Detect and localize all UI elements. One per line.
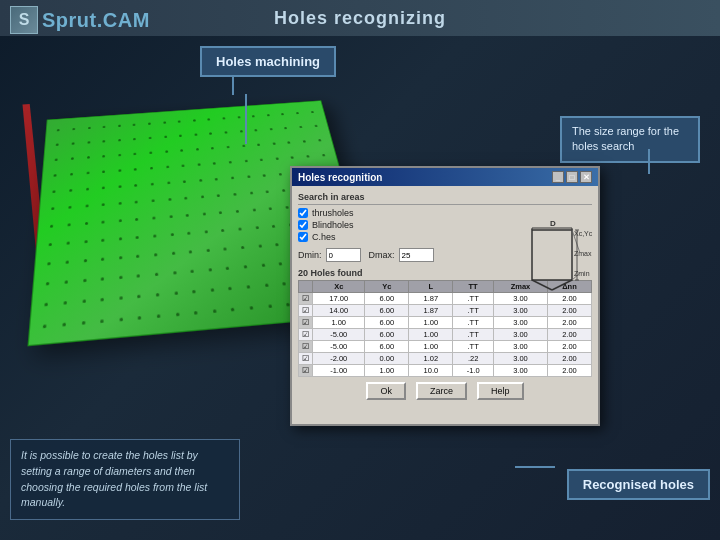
hole-dot <box>224 248 228 251</box>
search-section-label: Search in areas <box>298 192 592 205</box>
hole-dot <box>155 273 158 276</box>
table-cell: 6.00 <box>365 293 409 305</box>
svg-rect-4 <box>532 230 572 280</box>
hole-dot <box>85 204 88 207</box>
hole-dot <box>226 267 230 270</box>
hole-dot <box>171 252 174 255</box>
hole-dot <box>306 155 309 158</box>
dmin-input[interactable] <box>326 248 361 262</box>
page-title: Holes recognizing <box>274 8 446 29</box>
hole-dot <box>318 139 321 142</box>
hole-dot <box>179 134 182 136</box>
hole-dot <box>82 300 85 304</box>
table-cell: 6.00 <box>365 317 409 329</box>
connector-recognised-line <box>515 466 555 468</box>
hole-dot <box>182 164 185 167</box>
table-cell: -2.00 <box>313 353 365 365</box>
hole-dot <box>244 265 248 268</box>
hole-dot <box>250 192 253 195</box>
table-cell: .TT <box>453 329 494 341</box>
hole-dot <box>57 129 60 131</box>
table-cell: 2.00 <box>547 317 591 329</box>
table-row-checkbox[interactable]: ☑ <box>299 365 313 377</box>
hole-dot <box>244 160 247 163</box>
hole-dot <box>68 206 71 209</box>
hole-dot <box>201 195 204 198</box>
hole-dot <box>157 315 161 319</box>
hole-dot <box>178 120 181 122</box>
hole-dot <box>267 114 270 116</box>
hole-dot <box>303 140 306 143</box>
hole-dot <box>54 174 57 177</box>
hole-dot <box>135 184 138 187</box>
table-cell: 6.00 <box>365 329 409 341</box>
hole-dot <box>46 282 50 286</box>
hole-dot <box>299 125 302 127</box>
dialog-minimize-btn[interactable]: _ <box>552 171 564 183</box>
hole-dot <box>254 129 257 131</box>
table-row-checkbox[interactable]: ☑ <box>299 305 313 317</box>
hole-dot <box>269 128 272 130</box>
hole-dot <box>227 146 230 149</box>
checkbox-1[interactable] <box>298 220 308 230</box>
hole-dot <box>213 162 216 165</box>
hole-dot <box>53 190 56 193</box>
hole-dot <box>191 270 194 273</box>
hole-dot <box>135 218 138 221</box>
hole-dot <box>173 271 176 274</box>
hole-dot <box>49 243 52 246</box>
dialog-maximize-btn[interactable]: □ <box>566 171 578 183</box>
checkbox-2[interactable] <box>298 232 308 242</box>
table-cell: 17.00 <box>313 293 365 305</box>
checkbox-0[interactable] <box>298 208 308 218</box>
table-row-checkbox[interactable]: ☑ <box>299 293 313 305</box>
hole-dot <box>135 201 138 204</box>
hole-dot <box>62 323 66 327</box>
connector-machining-line <box>245 94 247 144</box>
callout-size-range: The size range for the holes search <box>560 116 700 163</box>
hole-dot <box>119 237 122 240</box>
hole-dot <box>219 211 222 214</box>
table-row-checkbox[interactable]: ☑ <box>299 353 313 365</box>
hole-dot <box>103 140 106 143</box>
table-row-checkbox[interactable]: ☑ <box>299 341 313 353</box>
table-row: ☑1.006.001.00.TT3.002.00 <box>299 317 592 329</box>
hole-dot <box>196 148 199 151</box>
ok-button[interactable]: Ok <box>366 382 406 400</box>
hole-dot <box>314 124 317 126</box>
hole-dot <box>222 117 225 119</box>
hole-dot <box>194 311 198 315</box>
hole-dot <box>133 123 136 125</box>
hole-dot <box>237 116 240 118</box>
dialog-body: Search in areas thrusholesBlindholesC.he… <box>292 186 598 406</box>
table-cell: 0.00 <box>365 353 409 365</box>
table-row-checkbox[interactable]: ☑ <box>299 329 313 341</box>
hole-dot <box>118 185 121 188</box>
hole-dot <box>236 210 239 213</box>
hole-dot <box>281 113 284 115</box>
hole-dot <box>138 316 141 320</box>
hole-dot <box>204 230 207 233</box>
dmax-input[interactable] <box>399 248 434 262</box>
hole-dot <box>138 295 141 299</box>
dialog-close-btn[interactable]: ✕ <box>580 171 592 183</box>
hole-dot <box>282 189 285 192</box>
hole-dot <box>272 142 275 145</box>
hole-dot <box>156 293 159 297</box>
table-cell: 1.00 <box>409 341 453 353</box>
dialog-title: Holes recognition <box>298 172 382 183</box>
hole-dot <box>152 217 155 220</box>
table-row-checkbox[interactable]: ☑ <box>299 317 313 329</box>
hole-dot <box>43 325 47 329</box>
zarce-button[interactable]: Zarce <box>416 382 467 400</box>
hole-dot <box>69 189 72 192</box>
table-cell: .TT <box>453 341 494 353</box>
table-cell: 3.00 <box>493 317 547 329</box>
hole-dot <box>118 124 121 126</box>
hole-dot <box>86 171 89 174</box>
hole-dot <box>285 206 289 209</box>
hole-dot <box>279 262 283 265</box>
hole-dot <box>84 222 87 225</box>
hole-dot <box>233 193 236 196</box>
help-button[interactable]: Help <box>477 382 524 400</box>
